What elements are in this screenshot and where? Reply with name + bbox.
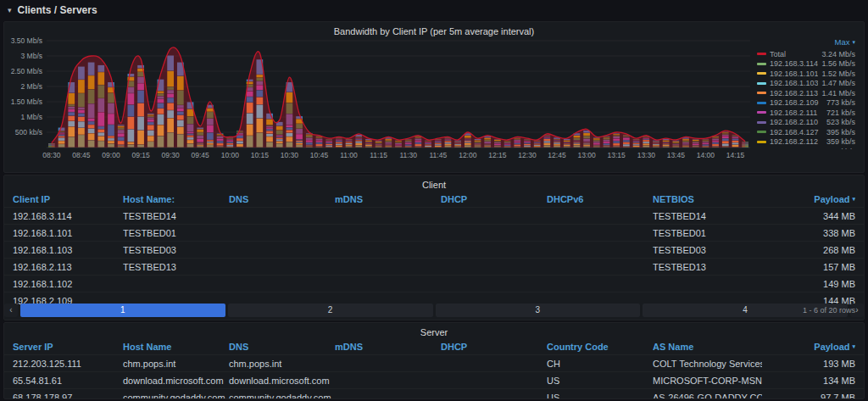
legend-series-name: 192.168.2.110 <box>770 118 823 126</box>
legend-item-192-168-2-113[interactable]: 192.168.2.1131.41 Mb/s <box>757 88 855 98</box>
table-cell <box>335 372 441 388</box>
legend-item-192-168-1-103[interactable]: 192.168.1.1031.47 Mb/s <box>757 79 855 89</box>
column-header-client-ip[interactable]: Client IP <box>13 192 123 207</box>
svg-text:09:45: 09:45 <box>192 151 210 159</box>
table-cell <box>335 225 441 241</box>
sort-desc-icon: ▾ <box>852 343 855 350</box>
column-header-dhcp[interactable]: DHCP <box>441 192 547 207</box>
legend-item-192-168-4-127[interactable]: 192.168.4.127395 kb/s <box>757 127 855 137</box>
table-cell <box>335 259 441 275</box>
client-pagination: ‹1234› <box>4 303 864 317</box>
client-table-panel: Client Client IPHost Name:DNSmDNSDHCPDHC… <box>3 175 865 320</box>
pagination-page-1[interactable]: 1 <box>20 304 225 317</box>
table-cell <box>229 242 335 258</box>
column-header-mdns[interactable]: mDNS <box>335 192 441 207</box>
svg-text:10:15: 10:15 <box>251 151 270 159</box>
series-color-swatch <box>757 131 766 133</box>
legend-series-name: 192.168.2.109 <box>770 98 823 107</box>
chart-panel-title[interactable]: Bandwidth by Client IP (per 5m average i… <box>4 22 864 36</box>
table-row: 192.168.2.113TESTBED13TESTBED13157 MB <box>4 258 864 275</box>
legend-series-name: 192.168.3.114 <box>770 59 818 68</box>
svg-text:10:30: 10:30 <box>281 151 299 159</box>
series-color-swatch <box>757 102 766 104</box>
legend-series-name: 192.168.2.111 <box>770 109 823 117</box>
table-cell: 149 MB <box>762 276 855 292</box>
column-header-host-name-[interactable]: Host Name: <box>123 192 229 207</box>
table-cell <box>441 208 547 224</box>
table-cell: download.microsoft.com <box>229 372 335 388</box>
client-table: Client IPHost Name:DNSmDNSDHCPDHCPv6NETB… <box>4 192 864 309</box>
column-header-dhcp[interactable]: DHCP <box>441 339 547 354</box>
pagination-page-3[interactable]: 3 <box>436 304 641 317</box>
table-cell <box>441 276 547 292</box>
table-row: 68.178.178.97community.godaddy.comcommun… <box>4 388 864 399</box>
section-header-clients-servers[interactable]: ▾ Clients / Servers <box>0 0 868 20</box>
table-cell: 192.168.3.114 <box>13 208 123 224</box>
bandwidth-chart[interactable]: 3.50 Mb/s3 Mb/s2.50 Mb/s2 Mb/s1.50 Mb/s1… <box>8 36 757 161</box>
legend-item-192-168-2-110[interactable]: 192.168.2.110523 kb/s <box>757 118 855 128</box>
series-color-swatch <box>757 111 766 114</box>
legend-item-192-168-2-112[interactable]: 192.168.2.112359 kb/s <box>757 137 855 148</box>
svg-text:11:00: 11:00 <box>340 151 358 159</box>
svg-text:13:15: 13:15 <box>608 151 626 159</box>
table-cell <box>547 276 653 292</box>
column-header-as-name[interactable]: AS Name <box>653 339 762 354</box>
legend-series-max: 3.24 Mb/s <box>821 50 855 58</box>
client-panel-title[interactable]: Client <box>4 175 864 189</box>
table-cell <box>335 355 441 371</box>
table-cell: 192.168.1.101 <box>13 225 123 241</box>
column-header-dns[interactable]: DNS <box>229 192 335 207</box>
server-panel-title[interactable]: Server <box>4 323 864 337</box>
legend-item-192-168-2-109[interactable]: 192.168.2.109773 kb/s <box>757 98 855 109</box>
svg-text:13:30: 13:30 <box>637 151 656 159</box>
column-header-country-code[interactable]: Country Code <box>547 339 653 354</box>
svg-text:10:45: 10:45 <box>310 151 329 159</box>
legend-series-max: 523 kb/s <box>826 118 855 126</box>
table-cell <box>335 242 441 258</box>
table-row: 65.54.81.61download.microsoft.comdownloa… <box>4 371 864 388</box>
table-cell: community.godaddy.com <box>123 389 229 399</box>
column-header-mdns[interactable]: mDNS <box>335 339 441 354</box>
table-row: 192.168.1.103TESTBED03TESTBED03268 MB <box>4 241 864 258</box>
pagination-page-2[interactable]: 2 <box>228 304 433 317</box>
table-cell <box>335 208 441 224</box>
table-cell: AS-26496-GO-DADDY-COM-LLC <box>653 389 762 399</box>
table-cell: TESTBED14 <box>123 208 229 224</box>
column-header-dhcpv6[interactable]: DHCPv6 <box>547 192 653 207</box>
legend-series-name: 192.168.1.101 <box>770 70 818 78</box>
column-header-server-ip[interactable]: Server IP <box>13 339 123 354</box>
legend-item-192-168-3-114[interactable]: 192.168.3.1141.56 Mb/s <box>757 59 855 70</box>
legend-item-192-168-2-111[interactable]: 192.168.2.111721 kb/s <box>757 108 855 118</box>
column-header-dns[interactable]: DNS <box>229 339 335 354</box>
legend-item-192-168-1-101[interactable]: 192.168.1.1011.52 Mb/s <box>757 69 855 79</box>
server-table: Server IPHost NameDNSmDNSDHCPCountry Cod… <box>4 339 864 399</box>
series-color-swatch <box>757 141 766 143</box>
table-row: 192.168.3.114TESTBED14TESTBED14344 MB <box>4 207 864 224</box>
column-header-payload[interactable]: Payload▾ <box>762 192 855 207</box>
series-color-swatch <box>757 82 766 85</box>
pagination-prev-button[interactable]: ‹ <box>4 304 18 317</box>
table-row: 192.168.1.101TESTBED01TESTBED01338 MB <box>4 224 864 241</box>
server-table-header: Server IPHost NameDNSmDNSDHCPCountry Cod… <box>4 339 864 354</box>
table-cell: 344 MB <box>762 208 855 224</box>
table-cell: COLT Technology Services Group… <box>653 355 762 371</box>
table-cell <box>653 276 762 292</box>
table-cell: 192.168.1.102 <box>13 276 123 292</box>
legend-item-192-168-1-102[interactable]: 192.168.1.102316 kb/s <box>757 147 855 149</box>
table-cell <box>547 208 653 224</box>
legend-series-name: 192.168.1.103 <box>770 79 818 87</box>
table-cell: 97.7 MB <box>762 389 855 399</box>
series-color-swatch <box>757 92 766 94</box>
column-header-host-name[interactable]: Host Name <box>123 339 229 354</box>
column-header-payload[interactable]: Payload▾ <box>762 339 855 354</box>
svg-text:1.50 Mb/s: 1.50 Mb/s <box>11 97 42 106</box>
rows-summary: 1 - 6 of 20 rows <box>803 306 855 315</box>
legend-series-max: 1.56 Mb/s <box>821 59 855 68</box>
svg-text:12:45: 12:45 <box>548 151 566 159</box>
dashboard-page: ▾ Clients / Servers Bandwidth by Client … <box>0 0 868 401</box>
legend-series-name: 192.168.2.113 <box>770 89 818 97</box>
legend-item-total[interactable]: Total3.24 Mb/s <box>757 49 855 59</box>
column-header-netbios[interactable]: NETBIOS <box>653 192 762 207</box>
legend-sort-header[interactable]: Max ▾ <box>757 37 855 47</box>
svg-text:3.50 Mb/s: 3.50 Mb/s <box>11 36 42 45</box>
